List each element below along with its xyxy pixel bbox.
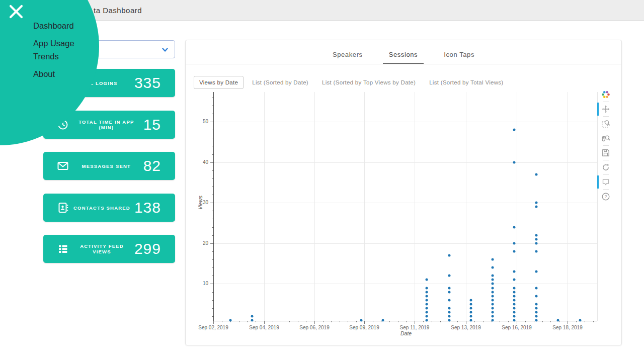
x-axis-title: Date xyxy=(400,330,412,336)
data-point xyxy=(513,311,516,313)
stat-label: ACTIVITY FEED VIEWS xyxy=(69,243,134,254)
x-tick-label: Sep 18, 2019 xyxy=(552,325,583,330)
y-minor-tick xyxy=(212,130,214,130)
data-point xyxy=(513,303,516,305)
x-major-tick xyxy=(568,321,568,324)
y-tick-label: 40 xyxy=(193,159,208,165)
data-point xyxy=(448,291,451,293)
data-point xyxy=(426,299,428,301)
y-tick-label: 50 xyxy=(193,119,208,124)
bokeh-logo[interactable] xyxy=(600,89,611,100)
x-gridline xyxy=(517,92,517,321)
data-point xyxy=(535,173,538,175)
menu-item-app-usage-trends[interactable]: App Usage Trends xyxy=(33,37,90,63)
y-minor-tick xyxy=(212,227,214,228)
box-zoom-tool-button[interactable] xyxy=(600,118,611,129)
x-major-tick xyxy=(415,321,415,324)
x-minor-tick xyxy=(281,321,281,322)
x-gridline xyxy=(264,92,265,321)
y-minor-tick xyxy=(212,98,214,98)
data-point xyxy=(535,287,538,289)
box-zoom-icon xyxy=(601,119,610,128)
data-point xyxy=(513,319,516,321)
stat-label: CONTACTS SHARED xyxy=(69,205,134,211)
data-point xyxy=(426,279,428,281)
x-major-tick xyxy=(264,321,265,324)
feed-grid-icon xyxy=(56,242,69,255)
x-minor-tick xyxy=(483,321,484,322)
stat-value: 138 xyxy=(134,199,161,216)
data-point xyxy=(513,287,516,289)
stat-value: 299 xyxy=(134,240,161,257)
x-gridline xyxy=(364,92,365,321)
data-point xyxy=(535,303,538,305)
x-axis-line xyxy=(213,321,597,321)
y-minor-tick xyxy=(212,138,214,138)
hover-tool-button[interactable] xyxy=(600,176,611,188)
data-point xyxy=(448,315,451,317)
scatter-plot-area[interactable]: Views Date Sep 02, 2019Sep 04, 2019Sep 0… xyxy=(186,40,622,346)
stat-card-activity-feed: ACTIVITY FEED VIEWS 299 xyxy=(43,235,175,263)
x-minor-tick xyxy=(289,321,290,322)
y-minor-tick xyxy=(212,114,214,114)
data-point xyxy=(470,299,472,301)
toolbar-separator xyxy=(603,145,609,146)
data-point xyxy=(513,299,516,301)
data-point xyxy=(513,307,516,309)
y-gridline xyxy=(213,243,597,244)
help-tool-button[interactable]: ? xyxy=(600,191,611,202)
x-tick-label: Sep 13, 2019 xyxy=(451,325,481,330)
y-major-tick xyxy=(210,162,213,163)
data-point xyxy=(492,303,494,305)
data-point xyxy=(535,238,538,240)
toolbar-separator xyxy=(603,160,609,160)
x-minor-tick xyxy=(331,321,332,322)
x-gridline xyxy=(466,92,466,321)
toolbar-separator xyxy=(603,116,609,117)
menu-item-dashboard[interactable]: Dashboard xyxy=(33,19,74,32)
x-minor-tick xyxy=(348,321,348,322)
y-minor-tick xyxy=(212,170,214,171)
page-title: ta Dashboard xyxy=(94,6,142,15)
data-point xyxy=(535,307,538,309)
data-point xyxy=(251,319,254,321)
stat-value: 335 xyxy=(134,74,161,92)
x-minor-tick xyxy=(550,321,551,322)
close-icon xyxy=(9,4,24,19)
x-minor-tick xyxy=(534,321,534,322)
data-point xyxy=(426,295,428,297)
y-tick-label: 10 xyxy=(193,281,208,286)
chart-panel: Speakers Sessions Icon Taps Views by Dat… xyxy=(185,40,622,345)
data-point xyxy=(492,283,494,285)
data-point xyxy=(448,254,451,257)
x-minor-tick xyxy=(585,321,585,322)
y-minor-tick xyxy=(212,106,214,106)
data-point xyxy=(470,307,472,309)
x-minor-tick xyxy=(406,321,407,322)
pan-tool-button[interactable] xyxy=(600,104,611,115)
y-major-tick xyxy=(210,284,213,284)
x-minor-tick xyxy=(273,321,273,322)
y-minor-tick xyxy=(212,211,214,211)
data-point xyxy=(492,291,494,293)
data-point xyxy=(513,250,516,252)
data-point xyxy=(513,295,516,297)
data-point xyxy=(470,319,472,321)
stat-card-messages: MESSAGES SENT 82 xyxy=(43,152,175,180)
y-major-tick xyxy=(210,122,213,122)
x-minor-tick xyxy=(222,321,222,322)
x-tick-label: Sep 02, 2019 xyxy=(198,325,228,330)
menu-item-about[interactable]: About xyxy=(33,67,55,80)
hover-icon xyxy=(601,177,610,187)
data-point xyxy=(513,226,516,228)
x-minor-tick xyxy=(247,321,248,322)
wheel-zoom-tool-button[interactable] xyxy=(600,133,611,144)
menu-close-button[interactable] xyxy=(9,4,24,19)
data-point xyxy=(557,319,559,321)
y-minor-tick xyxy=(212,300,214,301)
save-tool-button[interactable] xyxy=(600,147,611,158)
data-point xyxy=(470,315,472,317)
x-tick-label: Sep 16, 2019 xyxy=(502,325,532,330)
reset-tool-button[interactable] xyxy=(600,162,611,173)
y-minor-tick xyxy=(212,146,214,146)
